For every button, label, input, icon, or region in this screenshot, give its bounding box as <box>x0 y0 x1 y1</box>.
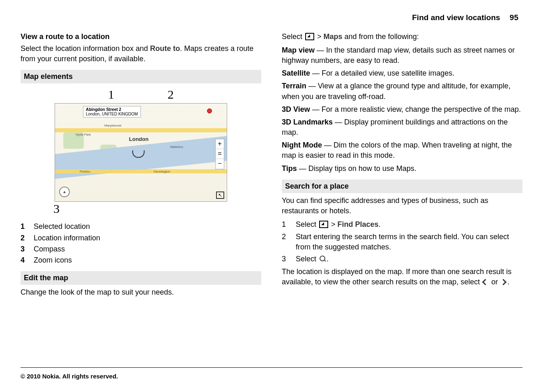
right-column: Select > Maps and from the following: Ma… <box>282 32 522 301</box>
select-maps-intro: Select > Maps and from the following: <box>282 32 522 42</box>
city-label: London <box>129 136 149 143</box>
search-step-1: Select > Find Places. <box>282 219 522 230</box>
left-column: View a route to a location Select the lo… <box>21 32 261 301</box>
callout-3: 3 <box>53 200 60 217</box>
map-elements-heading: Map elements <box>21 70 261 83</box>
terrain-option: Terrain — View at a glance the ground ty… <box>282 81 522 101</box>
page-number: 95 <box>510 13 518 22</box>
legend-item: 3Compass <box>21 244 261 254</box>
page-header: Find and view locations 95 <box>21 12 522 23</box>
content-columns: View a route to a location Select the lo… <box>21 32 522 301</box>
corner-menu-icon: ↖ <box>216 191 224 199</box>
figure-top-callouts: 1 2 <box>108 86 174 103</box>
search-icon <box>319 256 326 262</box>
legend-item: 2Location information <box>21 233 261 243</box>
header-title: Find and view locations <box>412 13 500 22</box>
search-results-text: The location is displayed on the map. If… <box>282 267 522 287</box>
view-route-heading: View a route to a location <box>21 32 261 42</box>
map-figure-container: 1 2 Abingdon Street 2 London, UNITED KIN… <box>21 86 261 217</box>
map-legend: 1Selected location 2Location information… <box>21 221 261 265</box>
zoom-in-icon: + <box>216 139 224 149</box>
menu-icon <box>319 221 328 228</box>
find-places-label: Find Places <box>338 220 379 228</box>
map-road <box>55 128 227 132</box>
view-route-text: Select the location information box and … <box>21 44 261 64</box>
menu-icon <box>305 33 314 40</box>
zoom-control: + = − <box>215 139 224 169</box>
satellite-option: Satellite — For a detailed view, use sat… <box>282 68 522 78</box>
map-screenshot: Abingdon Street 2 London, UNITED KINGDOM… <box>55 103 227 202</box>
compass-icon: ▲ <box>59 187 70 197</box>
location-dot-icon <box>207 108 212 113</box>
zoom-out-icon: − <box>216 159 224 169</box>
callout-2: 2 <box>168 86 174 103</box>
3d-landmarks-option: 3D Landmarks — Display prominent buildin… <box>282 117 522 138</box>
search-steps: Select > Find Places. Start entering the… <box>282 219 522 264</box>
search-step-3: Select . <box>282 254 522 264</box>
search-heading: Search for a place <box>282 180 522 193</box>
night-mode-option: Night Mode — Dim the colors of the map. … <box>282 140 522 161</box>
tips-option: Tips — Display tips on how to use Maps. <box>282 164 522 174</box>
legend-item: 4Zoom icons <box>21 255 261 265</box>
search-step-2: Start entering the search terms in the s… <box>282 232 522 252</box>
callout-1: 1 <box>108 86 114 103</box>
chevron-right-icon <box>501 280 506 285</box>
zoom-slider-icon: = <box>216 149 224 159</box>
legend-item: 1Selected location <box>21 221 261 232</box>
3d-view-option: 3D View — For a more realistic view, cha… <box>282 104 522 115</box>
location-info-box: Abingdon Street 2 London, UNITED KINGDOM <box>83 106 141 118</box>
chevron-left-icon <box>483 280 488 285</box>
footer-copyright: © 2010 Nokia. All rights reserved. <box>21 367 522 380</box>
search-intro: You can find specific addresses and type… <box>282 196 522 216</box>
map-view-option: Map view — In the standard map view, det… <box>282 45 522 66</box>
edit-map-text: Change the look of the map to suit your … <box>21 287 261 297</box>
maps-label: Maps <box>324 32 343 41</box>
edit-map-heading: Edit the map <box>21 271 261 285</box>
route-to-label: Route to <box>150 44 180 53</box>
